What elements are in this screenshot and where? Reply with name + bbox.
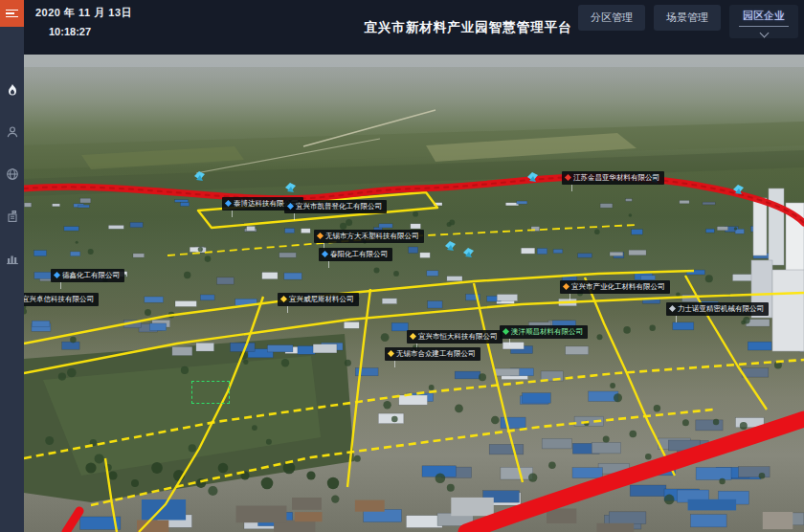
map-label[interactable]: 宜兴威尼斯材料公司 — [278, 293, 359, 306]
top-header: 2020 年 11 月 13日 10:18:27 宜兴市新材料产业园智慧管理平台… — [24, 0, 804, 55]
marker-icon — [54, 272, 60, 278]
marker-icon — [322, 251, 328, 257]
map-label[interactable]: 宜兴市凯普登化工有限公司 — [284, 200, 387, 213]
selection-box — [191, 381, 230, 404]
map-label[interactable]: 江苏金昌亚华材料有限公司 — [562, 171, 664, 185]
page-title: 宜兴市新材料产业园智慧管理平台 — [364, 19, 572, 36]
map-label-text: 宜兴卓信科技有限公司 — [24, 296, 94, 303]
left-sidebar — [0, 0, 24, 532]
park-enterprise-dropdown-label: 园区企业 — [743, 9, 785, 23]
divider — [739, 26, 789, 27]
map-label[interactable]: 力士诺亚精密机械有限公司 — [666, 302, 769, 316]
current-date: 2020 年 11 月 13日 — [35, 6, 132, 20]
marker-icon — [225, 200, 232, 207]
marker-icon — [287, 203, 294, 210]
map-label[interactable]: 宜兴卓信科技有限公司 — [24, 293, 99, 306]
header-actions: 分区管理 场景管理 园区企业 — [578, 5, 798, 38]
park-enterprise-dropdown[interactable]: 园区企业 — [729, 5, 798, 38]
map-label-text: 德鑫化工有限公司 — [62, 272, 120, 279]
horizon-haze — [24, 55, 804, 67]
zone-management-button[interactable]: 分区管理 — [578, 5, 645, 31]
smart-park-platform-window: 2020 年 11 月 13日 10:18:27 宜兴市新材料产业园智慧管理平台… — [0, 0, 804, 532]
map-label-text: 宜兴市凯普登化工有限公司 — [296, 203, 382, 211]
map-label[interactable]: 春阳化工有限公司 — [319, 248, 392, 261]
marker-icon — [280, 296, 287, 302]
marker-icon — [565, 174, 571, 181]
map-label-text: 宜兴市产业化工材料有限公司 — [571, 283, 665, 291]
map-label-text: 无锡市合众建工有限公司 — [396, 350, 476, 358]
map-label[interactable]: 宜兴市恒大科技有限公司 — [407, 330, 502, 344]
terrain-scene — [24, 55, 804, 532]
flame-icon[interactable] — [5, 82, 20, 98]
marker-icon — [388, 350, 394, 357]
map-label-text: 澳洋顺昌材料有限公司 — [511, 328, 583, 336]
marker-icon — [502, 328, 509, 335]
map-3d-viewport[interactable]: 泰博达科技有限公司宜兴市凯普登化工有限公司无锡市方大禾塑科技有限公司春阳化工有限… — [24, 55, 804, 532]
map-label-text: 力士诺亚精密机械有限公司 — [678, 305, 764, 313]
building-icon[interactable] — [5, 209, 20, 224]
marker-icon — [317, 233, 324, 239]
person-icon[interactable] — [5, 124, 20, 140]
marker-icon — [563, 283, 570, 290]
map-label[interactable]: 无锡市方大禾塑科技有限公司 — [314, 230, 424, 243]
scene-management-button[interactable]: 场景管理 — [654, 5, 721, 31]
hamburger-menu-icon[interactable] — [0, 0, 24, 27]
map-label-text: 春阳化工有限公司 — [330, 251, 388, 258]
globe-icon[interactable] — [5, 166, 20, 182]
map-label[interactable]: 无锡市合众建工有限公司 — [385, 347, 480, 361]
map-label-text: 宜兴市恒大科技有限公司 — [418, 333, 498, 341]
map-label-text: 无锡市方大禾塑科技有限公司 — [325, 233, 419, 240]
map-label[interactable]: 澳洋顺昌材料有限公司 — [500, 325, 588, 339]
map-label-text: 宜兴威尼斯材料公司 — [289, 296, 354, 303]
map-label-text: 江苏金昌亚华材料有限公司 — [573, 174, 659, 182]
bar-chart-icon[interactable] — [5, 251, 20, 266]
datetime-block: 2020 年 11 月 13日 10:18:27 — [35, 6, 132, 37]
current-time: 10:18:27 — [49, 26, 132, 37]
marker-icon — [410, 333, 416, 340]
map-label[interactable]: 宜兴市产业化工材料有限公司 — [560, 280, 670, 294]
chevron-down-icon — [759, 29, 769, 38]
marker-icon — [669, 305, 676, 312]
map-label[interactable]: 德鑫化工有限公司 — [51, 269, 124, 282]
